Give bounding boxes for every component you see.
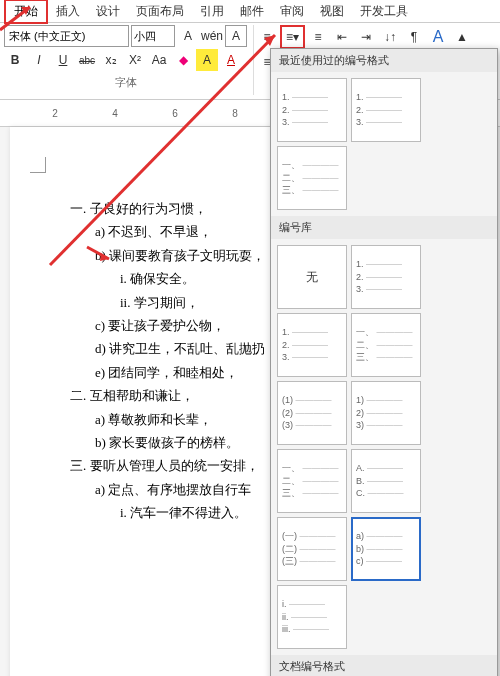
tab-6[interactable]: 审阅 (272, 1, 312, 22)
multilevel-btn[interactable]: ≡ (307, 26, 329, 48)
change-case-btn[interactable]: Aa (148, 49, 170, 71)
format-painter-btn[interactable]: ▲ (451, 26, 473, 48)
numbering-dropdown: 最近使用过的编号格式 1.2.3.1.2.3.一、二、三、 编号库 无1.2.3… (270, 48, 498, 676)
font-group: 宋体 (中文正文) 小四 A wén A B I U abc x₂ X² Aa … (4, 25, 254, 95)
strike-btn[interactable]: abc (76, 49, 98, 71)
font-color-btn[interactable]: A (220, 49, 242, 71)
numbering-option[interactable]: A.B.C. (351, 449, 421, 513)
tab-4[interactable]: 引用 (192, 1, 232, 22)
numbering-option[interactable]: a)b)c) (351, 517, 421, 581)
numbering-option[interactable]: i.ii.iii. (277, 585, 347, 649)
dropdown-section-library: 编号库 (271, 216, 497, 239)
superscript-btn[interactable]: X² (124, 49, 146, 71)
numbering-option[interactable]: 1.2.3. (277, 78, 347, 142)
subscript-btn[interactable]: x₂ (100, 49, 122, 71)
page-corner-icon (30, 157, 46, 173)
font-name-select[interactable]: 宋体 (中文正文) (4, 25, 129, 47)
numbering-option[interactable]: 一、二、三、 (351, 313, 421, 377)
ruler-mark: 4 (100, 108, 130, 119)
ribbon-tabs: 开始插入设计页面布局引用邮件审阅视图开发工具 (0, 0, 500, 23)
numbering-option[interactable]: 无 (277, 245, 347, 309)
numbering-btn[interactable]: ≡▾ (280, 25, 305, 49)
tab-1[interactable]: 插入 (48, 1, 88, 22)
font-size-select[interactable]: 小四 (131, 25, 175, 47)
tab-7[interactable]: 视图 (312, 1, 352, 22)
sort-btn[interactable]: ↓↑ (379, 26, 401, 48)
grow-font-btn[interactable]: A (177, 25, 199, 47)
ruler-mark: 6 (160, 108, 190, 119)
tab-2[interactable]: 设计 (88, 1, 128, 22)
dropdown-section-recent: 最近使用过的编号格式 (271, 49, 497, 72)
numbering-option[interactable]: 1.2.3. (351, 245, 421, 309)
styles-btn[interactable]: A (427, 26, 449, 48)
bullets-btn[interactable]: ≡ (256, 26, 278, 48)
para-mark-btn[interactable]: ¶ (403, 26, 425, 48)
underline-btn[interactable]: U (52, 49, 74, 71)
numbering-option[interactable]: 一、二、三、 (277, 449, 347, 513)
italic-btn[interactable]: I (28, 49, 50, 71)
tab-5[interactable]: 邮件 (232, 1, 272, 22)
bold-btn[interactable]: B (4, 49, 26, 71)
ruler-mark: 8 (220, 108, 250, 119)
numbering-option[interactable]: (一)(二)(三) (277, 517, 347, 581)
increase-indent-btn[interactable]: ⇥ (355, 26, 377, 48)
tab-8[interactable]: 开发工具 (352, 1, 416, 22)
numbering-option[interactable]: 1.2.3. (277, 313, 347, 377)
clear-format-btn[interactable]: ◆ (172, 49, 194, 71)
ruler-mark: 2 (40, 108, 70, 119)
highlight-btn[interactable]: A (196, 49, 218, 71)
numbering-option[interactable]: 1)2)3) (351, 381, 421, 445)
numbering-icon: ≡ (286, 30, 293, 44)
numbering-option[interactable]: (1)(2)(3) (277, 381, 347, 445)
tab-0[interactable]: 开始 (4, 0, 48, 24)
numbering-option[interactable]: 1.2.3. (351, 78, 421, 142)
dropdown-section-docfmt: 文档编号格式 (271, 655, 497, 676)
font-group-label: 字体 (4, 75, 247, 90)
library-grid: 无1.2.3.1.2.3.一、二、三、(1)(2)(3)1)2)3)一、二、三、… (271, 239, 497, 655)
recent-grid: 1.2.3.1.2.3.一、二、三、 (271, 72, 497, 216)
decrease-indent-btn[interactable]: ⇤ (331, 26, 353, 48)
tab-3[interactable]: 页面布局 (128, 1, 192, 22)
numbering-option[interactable]: 一、二、三、 (277, 146, 347, 210)
char-border-btn[interactable]: A (225, 25, 247, 47)
ruby-btn[interactable]: wén (201, 25, 223, 47)
